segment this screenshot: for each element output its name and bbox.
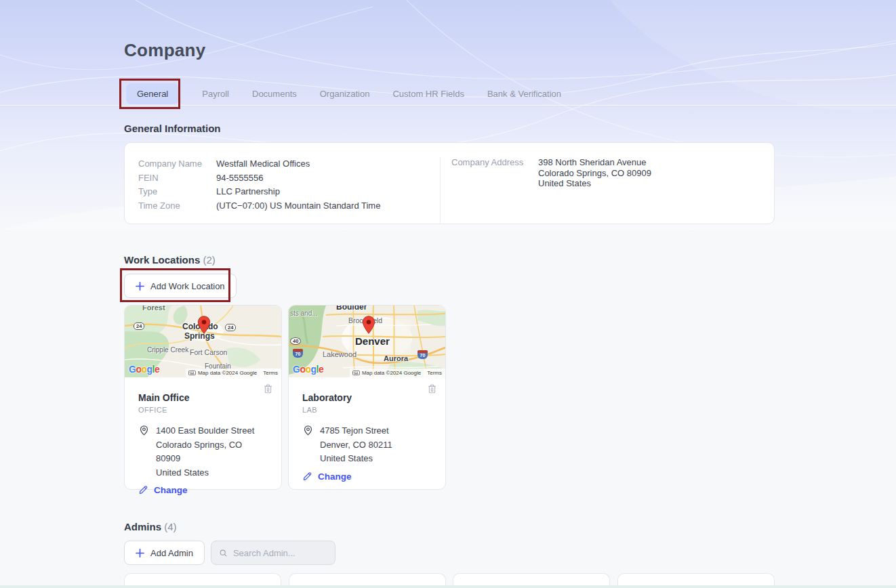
tab-organization[interactable]: Organization [320,83,370,104]
edit-pencil-icon [302,471,312,482]
map-label-forests: sts and... [290,310,318,317]
tab-documents[interactable]: Documents [252,83,297,104]
logo-letter: G [293,364,300,375]
map-pin-icon [362,316,375,335]
logo-letter: o [141,364,146,375]
map-data-text: Map data ©2024 Google [198,370,257,376]
keyboard-icon [188,371,196,375]
general-information-card: Company Name Westfall Medical Offices FE… [124,142,775,224]
field-value: Westfall Medical Offices [216,157,310,171]
company-address-label: Company Address [451,157,538,224]
field-label: Company Name [138,157,216,171]
work-location-card-body: Main Office OFFICE 1400 East Boulder Str… [125,377,281,495]
map-label-cripple-creek: Cripple Creek [147,346,188,354]
map-thumbnail-colorado-springs[interactable]: Forest 24 24 Colorado Springs Cripple Cr… [125,306,281,377]
map-attribution: Map data ©2024 Google Terms [186,369,281,377]
address-line: 1400 East Boulder Street [156,424,268,438]
field-value: 94-5555556 [216,171,263,186]
add-work-location-label: Add Work Location [150,281,225,291]
search-icon [219,548,228,558]
add-admin-button[interactable]: Add Admin [124,541,205,565]
map-label-boulder: Boulder [336,306,367,312]
admins-heading: Admins (4) [124,521,177,532]
work-locations-title: Work Locations [124,254,200,266]
logo-letter: g [311,364,317,375]
location-type: OFFICE [138,406,268,414]
map-terms-link[interactable]: Terms [424,369,445,377]
location-type: LAB [302,406,432,414]
work-locations-heading: Work Locations (2) [124,254,216,266]
interstate-badge-70: 70 [418,350,428,359]
change-location-link[interactable]: Change [138,485,268,495]
admins-title: Admins [124,521,161,532]
delete-location-button[interactable] [264,384,272,396]
route-badge-24: 24 [134,322,144,330]
map-attribution-text: Map data ©2024 Google [186,369,260,377]
logo-letter: e [319,364,323,375]
logo-letter: o [305,364,310,375]
address-line: Colorado Springs, CO 80909 [538,168,651,179]
field-label: Type [138,185,216,199]
change-link-label: Change [154,485,188,495]
address-line: 4785 Tejon Street [320,424,392,438]
address-line: United States [156,466,268,480]
address-line: Colorado Springs, CO 80909 [156,438,268,466]
route-badge-24: 24 [225,324,236,331]
work-locations-count: (2) [203,254,215,266]
change-location-link[interactable]: Change [302,471,432,482]
tab-bar: General Payroll Documents Organization C… [126,83,561,104]
field-time-zone: Time Zone (UTC−07:00) US Mountain Standa… [138,199,440,213]
work-location-cards: Forest 24 24 Colorado Springs Cripple Cr… [124,305,446,490]
map-pin-icon [197,316,211,335]
field-company-name: Company Name Westfall Medical Offices [138,157,440,171]
map-label-denver: Denver [355,335,390,347]
logo-letter: G [129,364,136,375]
field-value: (UTC−07:00) US Mountain Standard Time [216,199,380,213]
field-type: Type LLC Partnership [138,185,440,199]
add-work-location-button[interactable]: Add Work Location [124,274,237,298]
tab-payroll[interactable]: Payroll [202,83,229,104]
map-thumbnail-denver[interactable]: Boulder sts and... Broomfield Denver Lak… [289,306,445,377]
location-address-lines: 4785 Tejon Street Denver, CO 80211 Unite… [320,424,392,466]
address-line: 398 North Sheridan Avenue [538,157,651,168]
tab-bank-verification[interactable]: Bank & Verification [487,83,561,104]
address-line: Denver, CO 80211 [320,438,392,453]
add-admin-label: Add Admin [150,548,193,558]
plus-icon [136,549,144,558]
map-label-fort-carson: Fort Carson [190,348,227,356]
plus-icon [136,282,144,291]
admin-search-input[interactable] [233,548,327,558]
tab-divider [0,105,896,106]
trash-icon [428,384,436,394]
delete-location-button[interactable] [428,384,436,396]
address-line: United States [320,452,392,466]
company-fields: Company Name Westfall Medical Offices FE… [138,157,440,224]
admins-count: (4) [164,521,176,532]
logo-letter: g [147,364,152,375]
location-name: Main Office [138,392,268,403]
keyboard-icon [352,371,360,375]
location-address-lines: 1400 East Boulder Street Colorado Spring… [156,424,268,480]
location-pin-icon [138,425,150,436]
google-logo[interactable]: Google [293,364,323,375]
work-location-card-laboratory: Boulder sts and... Broomfield Denver Lak… [288,305,446,490]
company-address-value: 398 North Sheridan Avenue Colorado Sprin… [538,157,651,224]
field-label: FEIN [138,171,216,186]
edit-pencil-icon [138,485,148,495]
field-label: Time Zone [138,199,216,213]
bottom-edge-strip [0,585,896,588]
work-location-card-main-office: Forest 24 24 Colorado Springs Cripple Cr… [124,305,282,490]
map-attribution-text: Map data ©2024 Google [350,369,424,377]
work-location-card-body: Laboratory LAB 4785 Tejon Street Denver,… [289,377,445,482]
tab-general[interactable]: General [126,83,179,104]
map-terms-link[interactable]: Terms [260,369,281,377]
location-name: Laboratory [302,392,432,403]
field-fein: FEIN 94-5555556 [138,171,440,186]
location-pin-icon [302,425,314,436]
general-information-heading: General Information [124,123,221,134]
trash-icon [264,384,272,394]
google-logo[interactable]: Google [129,364,159,375]
map-attribution: Map data ©2024 Google Terms [350,369,445,377]
tab-custom-hr-fields[interactable]: Custom HR Fields [392,83,464,104]
admins-controls: Add Admin [124,541,335,565]
